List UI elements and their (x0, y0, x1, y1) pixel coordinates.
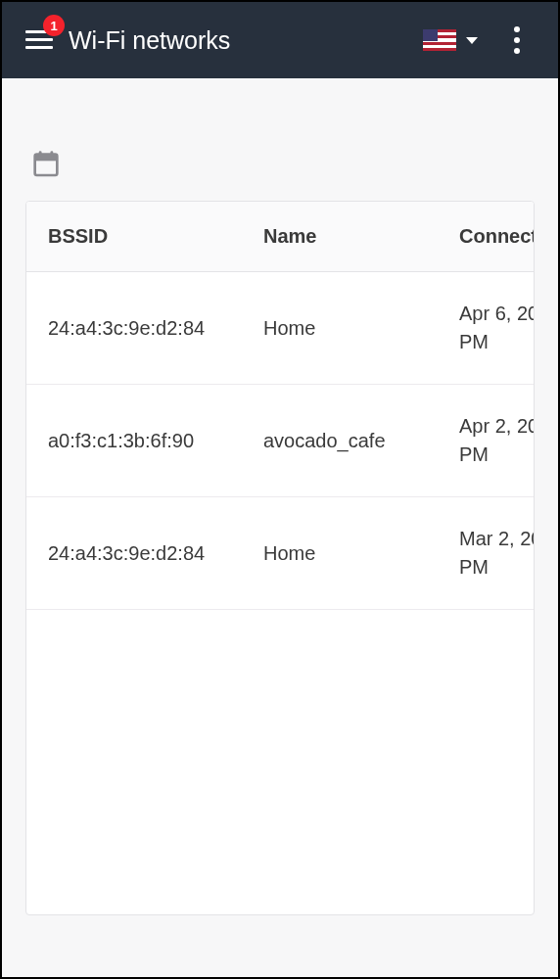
table-header-row: BSSID Name Connected (26, 202, 534, 272)
more-menu-button[interactable] (493, 17, 540, 64)
cell-bssid: a0:f3:c1:3b:6f:90 (26, 385, 242, 497)
cell-bssid: 24:a4:3c:9e:d2:84 (26, 497, 242, 610)
svg-rect-1 (35, 155, 58, 162)
svg-rect-2 (39, 151, 42, 156)
column-header-bssid[interactable]: BSSID (26, 202, 242, 272)
cell-connected: Mar 2, 2021 4:12 PM (438, 497, 534, 610)
cell-name: Home (242, 497, 438, 610)
more-vertical-icon (514, 26, 520, 54)
cell-bssid: 24:a4:3c:9e:d2:84 (26, 272, 242, 385)
calendar-icon (30, 148, 62, 179)
page-title: Wi-Fi networks (69, 26, 415, 55)
cell-name: avocado_cafe (242, 385, 438, 497)
cell-connected: Apr 2, 2021 4:12 PM (438, 385, 534, 497)
table-row[interactable]: 24:a4:3c:9e:d2:84 Home Apr 6, 2021 4:12 … (26, 272, 534, 385)
language-selector[interactable] (415, 22, 486, 59)
chevron-down-icon (466, 37, 478, 44)
notification-badge: 1 (43, 15, 65, 36)
app-header: 1 Wi-Fi networks (2, 2, 558, 78)
menu-button[interactable]: 1 (16, 17, 63, 64)
cell-name: Home (242, 272, 438, 385)
column-header-connected[interactable]: Connected (438, 202, 534, 272)
table-row[interactable]: 24:a4:3c:9e:d2:84 Home Mar 2, 2021 4:12 … (26, 497, 534, 610)
date-filter-button[interactable] (29, 147, 63, 180)
cell-connected: Apr 6, 2021 4:12 PM (438, 272, 534, 385)
wifi-networks-table: BSSID Name Connected 24:a4:3c:9e:d2:84 H… (25, 201, 535, 915)
svg-rect-3 (50, 151, 53, 156)
flag-us-icon (423, 29, 456, 51)
table-row[interactable]: a0:f3:c1:3b:6f:90 avocado_cafe Apr 2, 20… (26, 385, 534, 497)
column-header-name[interactable]: Name (242, 202, 438, 272)
